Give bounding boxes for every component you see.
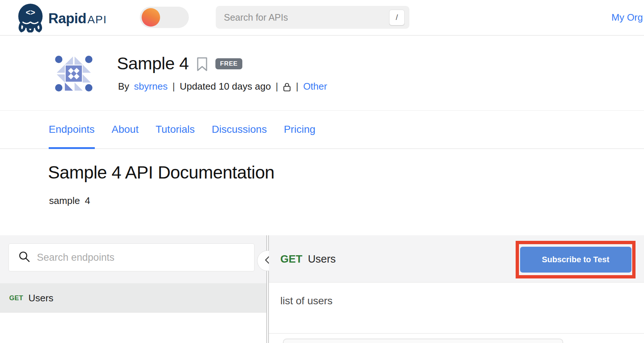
api-title: Sample 4 (117, 53, 189, 73)
endpoint-detail-panel: GET Users Subscribe to Test list of user… (269, 235, 644, 343)
endpoint-method-label: GET (280, 253, 302, 265)
endpoints-search-area (0, 235, 266, 283)
brand-rapid-text: Rapid (48, 11, 86, 27)
magnifier-icon (18, 251, 30, 264)
tab-endpoints[interactable]: Endpoints (49, 111, 95, 148)
content-divider (269, 333, 644, 334)
my-org-link[interactable]: My Org (612, 0, 643, 35)
plan-badge: FREE (215, 58, 243, 69)
tab-pricing[interactable]: Pricing (284, 111, 315, 148)
subscribe-to-test-button[interactable]: Subscribe to Test (520, 247, 631, 273)
rapidapi-page: <> Rapid API / My Org (0, 0, 644, 343)
endpoint-method-badge: GET (9, 294, 23, 302)
byline-separator: | (172, 81, 175, 92)
endpoint-item-label: Users (28, 292, 53, 304)
lock-icon (283, 82, 291, 92)
rapidapi-octopus-icon: <> (17, 3, 44, 34)
endpoint-search-box (8, 243, 255, 271)
slash-shortcut-key: / (389, 10, 405, 25)
api-search-bar: / (216, 6, 409, 29)
nav-toggle-knob (142, 8, 160, 27)
rapidapi-wordmark: Rapid API (48, 11, 107, 27)
doc-title: Sample 4 API Documentation (48, 162, 274, 183)
tab-about[interactable]: About (112, 111, 139, 148)
doc-subtitle: sample 4 (49, 195, 90, 207)
api-tile-icon (53, 53, 94, 94)
nav-toggle[interactable] (140, 7, 189, 28)
endpoint-name-label: Users (308, 253, 336, 265)
endpoint-detail-header: GET Users Subscribe to Test (269, 235, 644, 283)
bookmark-icon[interactable] (197, 57, 208, 72)
svg-text:<>: <> (26, 8, 35, 17)
annotation-highlight-box: Subscribe to Test (516, 241, 636, 278)
endpoints-list-panel: GET Users (0, 235, 266, 343)
tab-tutorials[interactable]: Tutorials (156, 111, 195, 148)
endpoint-search-input[interactable] (36, 252, 247, 264)
endpoint-params-box (283, 339, 563, 343)
endpoints-section: GET Users GET Users Subscribe to Test (0, 235, 644, 343)
brand-api-text: API (87, 13, 107, 26)
endpoint-description: list of users (280, 295, 333, 307)
category-link[interactable]: Other (303, 81, 327, 92)
api-byline: By sbyrnes | Updated 10 days ago | | Oth… (118, 81, 327, 92)
endpoint-list-item-users[interactable]: GET Users (0, 283, 266, 313)
api-tabbar: Endpoints About Tutorials Discussions Pr… (0, 110, 644, 149)
byline-separator: | (276, 81, 278, 92)
author-link[interactable]: sbyrnes (134, 81, 167, 92)
api-search-input[interactable] (223, 12, 385, 23)
byline-separator: | (296, 81, 298, 92)
by-label: By (118, 81, 129, 92)
updated-text: Updated 10 days ago (180, 81, 271, 92)
rapidapi-logo[interactable]: <> Rapid API (17, 3, 107, 34)
tab-discussions[interactable]: Discussions (212, 111, 267, 148)
top-navbar: <> Rapid API / My Org (0, 0, 644, 36)
